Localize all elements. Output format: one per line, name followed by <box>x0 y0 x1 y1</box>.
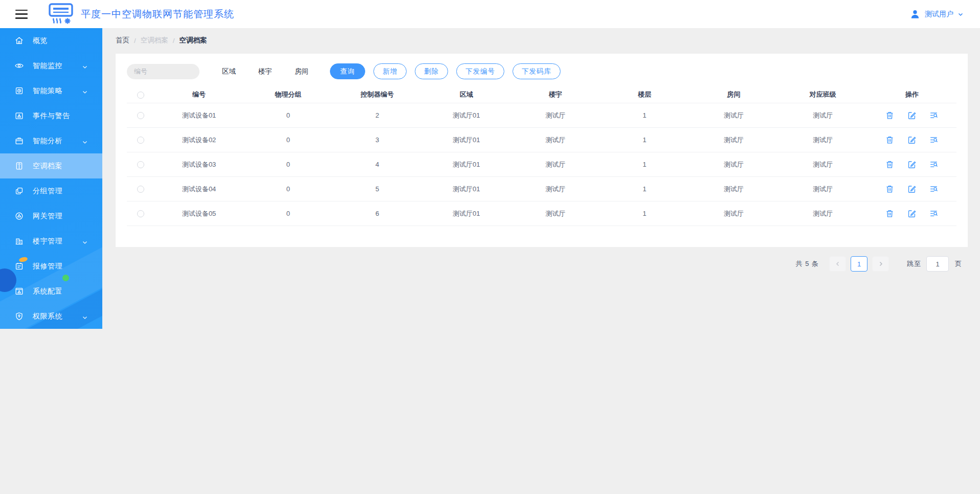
breadcrumb: 首页 / 空调档案 / 空调档案 <box>116 28 207 53</box>
sidebar-item-ac-archive[interactable]: 空调档案 <box>0 153 102 178</box>
sidebar-item-label: 系统配置 <box>33 287 62 296</box>
number-search-input[interactable] <box>127 64 199 79</box>
page-unit-label: 页 <box>955 259 962 268</box>
sidebar-item-analysis[interactable]: 智能分析 <box>0 128 102 153</box>
sidebar-item-label: 空调档案 <box>33 162 62 171</box>
cell-controller-no: 5 <box>332 185 421 193</box>
cell-area: 测试厅01 <box>422 136 511 145</box>
cell-class: 测试厅 <box>778 111 867 120</box>
notification-badge <box>18 256 28 263</box>
current-page-button[interactable]: 1 <box>851 256 867 272</box>
sidebar-item-label: 智能分析 <box>33 137 62 146</box>
cell-physical-group: 0 <box>243 210 332 217</box>
sidebar-item-gateway-management[interactable]: 网关管理 <box>0 204 102 229</box>
chevron-down-icon <box>82 138 88 144</box>
cell-class: 测试厅 <box>778 136 867 145</box>
row-select-radio[interactable] <box>137 161 144 168</box>
area-filter-dropdown[interactable]: 区域 <box>222 67 236 76</box>
cell-physical-group: 0 <box>243 111 332 119</box>
sidebar-item-label: 智能监控 <box>33 61 62 71</box>
edit-row-icon[interactable] <box>907 209 917 218</box>
row-select-radio[interactable] <box>137 112 144 119</box>
sidebar-item-building-management[interactable]: 楼宇管理 <box>0 229 102 254</box>
hamburger-menu-icon[interactable] <box>15 10 28 19</box>
user-name: 测试用户 <box>925 10 953 19</box>
table-row: 测试设备01 0 2 测试厅01 测试厅 1 测试厅 测试厅 <box>127 103 956 128</box>
breadcrumb-parent: 空调档案 <box>141 36 168 45</box>
edit-row-icon[interactable] <box>907 110 917 120</box>
column-header-physical-group: 物理分组 <box>243 90 332 99</box>
sidebar-item-system-config[interactable]: 系统配置 <box>0 279 102 304</box>
cell-class: 测试厅 <box>778 160 867 169</box>
filter-toolbar: 区域 楼宇 房间 查询 新增 删除 下发编号 下发码库 <box>127 63 956 79</box>
delete-row-icon[interactable] <box>885 184 895 194</box>
sidebar-item-group-management[interactable]: 分组管理 <box>0 178 102 204</box>
jump-page-input[interactable] <box>926 256 949 272</box>
column-header-building: 楼宇 <box>511 90 600 99</box>
sidebar-item-label: 楼宇管理 <box>33 237 62 246</box>
send-number-button[interactable]: 下发编号 <box>456 63 504 79</box>
page: 平度一中空调物联网节能管理系统 测试用户 概览 <box>0 0 980 494</box>
send-codebase-button[interactable]: 下发码库 <box>513 63 561 79</box>
sidebar-item-label: 概览 <box>33 36 48 46</box>
pagination: 共 5 条 1 跳至 页 <box>116 255 968 273</box>
sidebar-item-events-alerts[interactable]: 事件与警告 <box>0 103 102 128</box>
prev-page-button[interactable] <box>829 256 846 272</box>
edit-row-icon[interactable] <box>907 160 917 169</box>
cell-floor: 1 <box>600 210 689 217</box>
chevron-down-icon <box>82 313 88 320</box>
cell-controller-no: 2 <box>332 111 421 119</box>
sidebar-item-monitoring[interactable]: 智能监控 <box>0 53 102 78</box>
cell-physical-group: 0 <box>243 136 332 144</box>
chevron-down-icon <box>82 88 88 94</box>
home-icon <box>14 36 24 46</box>
sidebar-item-repair-management[interactable]: 报修管理 <box>0 254 102 279</box>
cell-building: 测试厅 <box>511 111 600 120</box>
cell-controller-no: 4 <box>332 161 421 168</box>
delete-row-icon[interactable] <box>885 209 895 218</box>
sidebar-item-label: 权限系统 <box>33 312 62 321</box>
add-button[interactable]: 新增 <box>373 63 407 79</box>
cell-room: 测试厅 <box>689 209 778 218</box>
column-header-actions: 操作 <box>867 90 956 99</box>
delete-row-icon[interactable] <box>885 110 895 120</box>
view-detail-icon[interactable] <box>929 135 939 145</box>
system-config-icon <box>14 286 24 296</box>
cell-building: 测试厅 <box>511 136 600 145</box>
cell-room: 测试厅 <box>689 160 778 169</box>
view-detail-icon[interactable] <box>929 184 939 194</box>
room-filter-dropdown[interactable]: 房间 <box>295 67 308 76</box>
edit-row-icon[interactable] <box>907 135 917 145</box>
sidebar-item-overview[interactable]: 概览 <box>0 28 102 53</box>
user-menu[interactable]: 测试用户 <box>909 9 964 20</box>
permission-shield-icon <box>14 311 24 321</box>
cell-number: 测试设备01 <box>154 111 243 120</box>
query-button[interactable]: 查询 <box>330 63 365 79</box>
chevron-right-icon <box>878 261 884 267</box>
row-select-radio[interactable] <box>137 137 144 144</box>
row-select-radio[interactable] <box>137 186 144 193</box>
cell-number: 测试设备05 <box>154 209 243 218</box>
total-count: 共 5 条 <box>796 259 819 268</box>
next-page-button[interactable] <box>872 256 889 272</box>
view-detail-icon[interactable] <box>929 110 939 120</box>
sidebar-item-permission-system[interactable]: 权限系统 <box>0 304 102 329</box>
view-detail-icon[interactable] <box>929 209 939 218</box>
edit-row-icon[interactable] <box>907 184 917 194</box>
chevron-down-icon <box>82 63 88 69</box>
building-filter-dropdown[interactable]: 楼宇 <box>258 67 272 76</box>
table-row: 测试设备03 0 4 测试厅01 测试厅 1 测试厅 测试厅 <box>127 152 956 177</box>
view-detail-icon[interactable] <box>929 160 939 169</box>
sidebar-item-label: 事件与警告 <box>33 111 70 121</box>
select-all-radio[interactable] <box>137 92 144 99</box>
sidebar-item-label: 智能策略 <box>33 86 62 96</box>
delete-row-icon[interactable] <box>885 160 895 169</box>
gateway-icon <box>14 211 24 221</box>
delete-row-icon[interactable] <box>885 135 895 145</box>
breadcrumb-current: 空调档案 <box>180 36 207 45</box>
device-table: 编号 物理分组 控制器编号 区域 楼宇 楼层 房间 对应班级 操作 测试设备01… <box>127 86 956 226</box>
delete-button[interactable]: 删除 <box>415 63 448 79</box>
row-select-radio[interactable] <box>137 210 144 217</box>
breadcrumb-home-link[interactable]: 首页 <box>116 36 129 45</box>
sidebar-item-strategy[interactable]: 智能策略 <box>0 78 102 103</box>
